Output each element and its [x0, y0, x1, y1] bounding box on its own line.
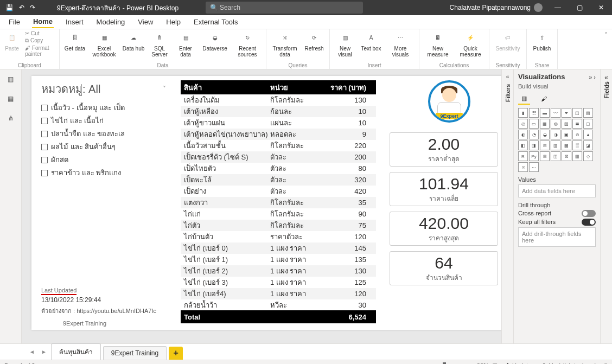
slicer-option-0[interactable]: เนื้อวัว - เนื้อหมู และ เป็ด — [41, 102, 166, 113]
add-page-button[interactable]: + — [169, 347, 183, 360]
viz-type-0[interactable]: ▮ — [518, 108, 528, 118]
data-hub-button[interactable]: ☁Data hub — [122, 30, 145, 52]
kpi-card-3[interactable]: 64จำนวนสินค้า — [390, 251, 498, 285]
checkbox-icon[interactable] — [41, 105, 48, 111]
price-table[interactable]: สินค้า หน่วย ราคา (บาท) เครื่องในต้มกิโล… — [181, 80, 376, 323]
viz-type-27[interactable]: ◪ — [583, 141, 593, 150]
recent-sources-button[interactable]: ↻Recent sources — [232, 30, 263, 58]
table-row[interactable]: ไก่บ้านตัวราคาตัวละ120 — [181, 231, 376, 242]
table-row[interactable]: เครื่องในต้มกิโลกรัมละ130 — [181, 94, 376, 106]
table-row[interactable]: เนื้อวัวสามชั้นกิโลกรัมละ220 — [181, 140, 376, 151]
zoom-out-icon[interactable]: − — [417, 362, 420, 365]
filters-collapse-icon[interactable]: « — [506, 74, 509, 80]
table-row[interactable]: เป็ดพะโล้ตัวละ320 — [181, 174, 376, 186]
viz-type-31[interactable]: ◫ — [551, 151, 560, 161]
category-slicer[interactable]: หมวดหมู่: All˅ เนื้อวัว - เนื้อหมู และ เ… — [41, 80, 166, 180]
new-visual-button[interactable]: ▥New visual — [333, 30, 357, 58]
viz-type-8[interactable]: ▭ — [529, 119, 539, 129]
new-measure-button[interactable]: 🖩New measure — [423, 30, 453, 58]
viz-type-1[interactable]: ☷ — [529, 108, 539, 118]
fields-collapse-icon[interactable]: « — [604, 74, 608, 81]
close-button[interactable]: ✕ — [590, 0, 612, 15]
filters-title[interactable]: Filters — [505, 84, 511, 102]
menu-home[interactable]: Home — [32, 16, 54, 28]
fields-title[interactable]: Fields — [603, 81, 610, 99]
fit-page-icon[interactable]: ▢ — [492, 362, 498, 364]
redo-icon[interactable]: ↷ — [30, 4, 35, 11]
viz-type-34[interactable]: ◇ — [583, 151, 593, 161]
copy-button[interactable]: ⧉ Copy — [25, 37, 56, 44]
table-row[interactable]: ไก่แก่กิโลกรัมละ90 — [181, 208, 376, 220]
page-tab-2[interactable]: 9Expert Training — [103, 346, 167, 360]
save-icon[interactable]: 💾 — [5, 4, 14, 11]
menu-help[interactable]: Help — [165, 16, 182, 28]
table-row[interactable]: แตงกวากิโลกรัมละ35 — [181, 197, 376, 208]
user-account[interactable]: Chalaivate Pipatpannawong — [450, 3, 543, 12]
report-view-icon[interactable]: ▥ — [5, 74, 16, 85]
viz-type-11[interactable]: ▧ — [562, 119, 571, 129]
table-row[interactable]: เต้าหู้หลอดไข่(นางพยาบาล)หลอดละ9 — [181, 129, 376, 140]
menu-view[interactable]: View — [137, 16, 154, 28]
chevron-down-icon[interactable]: ˅ — [163, 85, 166, 93]
zoom-in-icon[interactable]: + — [470, 362, 473, 365]
table-row[interactable]: เป็ดเชอรรี่ตัว (ไซต์ S)ตัวละ200 — [181, 151, 376, 163]
tab-next-icon[interactable]: ► — [41, 349, 47, 355]
checkbox-icon[interactable] — [41, 118, 48, 124]
viz-expand-icon[interactable]: » › — [589, 74, 596, 80]
viz-type-20[interactable]: ▲ — [583, 130, 593, 139]
col-price[interactable]: ราคา (บาท) — [324, 82, 371, 93]
kpi-card-0[interactable]: 2.00ราคาต่ำสุด — [390, 132, 498, 167]
table-row[interactable]: ไข่ไก่ (เบอร์ 3)1 แผง ราคา125 — [181, 277, 376, 288]
checkbox-icon[interactable] — [41, 170, 48, 176]
checkbox-icon[interactable] — [41, 144, 48, 150]
viz-type-26[interactable]: ▒ — [572, 141, 582, 150]
table-row[interactable]: ไข่ไก่ (เบอร์ 1)1 แผง ราคา135 — [181, 254, 376, 265]
transform-data-button[interactable]: ⤭Transform data — [270, 30, 300, 58]
table-row[interactable]: ไข่ไก่ (เบอร์ 0)1 แผง ราคา145 — [181, 242, 376, 254]
viz-type-10[interactable]: ◍ — [551, 119, 560, 129]
kpi-card-1[interactable]: 101.94ราคาเฉลี่ย — [390, 172, 498, 206]
menu-file[interactable]: File — [8, 16, 21, 28]
undo-icon[interactable]: ↶ — [19, 4, 24, 11]
table-row[interactable]: เป็ดไทยตัวตัวละ80 — [181, 163, 376, 174]
col-product[interactable]: สินค้า — [181, 82, 270, 93]
table-row[interactable]: ไข่ไก่ (เบอร์4)1 แผง ราคา120 — [181, 288, 376, 299]
cut-button[interactable]: ✂ Cut — [25, 30, 56, 36]
minimize-button[interactable]: ― — [547, 0, 569, 15]
viz-type-29[interactable]: Py — [529, 151, 539, 161]
values-dropzone[interactable]: Add data fields here — [518, 184, 596, 197]
viz-type-24[interactable]: ▥ — [551, 141, 560, 150]
viz-type-6[interactable]: ▤ — [583, 108, 593, 118]
slicer-option-2[interactable]: ปลาน้ำจืด และ ของทะเล — [41, 128, 166, 139]
viz-type-16[interactable]: ◒ — [540, 130, 550, 139]
table-row[interactable]: ไก่ตัวกิโลกรัมละ75 — [181, 220, 376, 231]
viz-type-18[interactable]: ▣ — [562, 130, 571, 139]
viz-type-5[interactable]: ◫ — [572, 108, 582, 118]
viz-type-15[interactable]: ◔ — [529, 130, 539, 139]
tab-prev-icon[interactable]: ◄ — [29, 349, 35, 355]
table-row[interactable]: กล้วยน้ำว้าหวีละ30 — [181, 299, 376, 310]
table-row[interactable]: เป็ดย่างตัวละ420 — [181, 186, 376, 197]
viz-type-33[interactable]: ▦ — [572, 151, 582, 161]
viz-type-36[interactable]: ⋯ — [529, 162, 539, 172]
quick-measure-button[interactable]: ⚡Quick measure — [455, 30, 486, 58]
keep-filters-toggle[interactable] — [582, 219, 596, 226]
viz-type-35[interactable]: ⤭ — [518, 162, 528, 172]
slicer-option-4[interactable]: ผักสด — [41, 154, 166, 165]
search-box[interactable]: 🔍 Search — [206, 2, 363, 14]
viz-type-12[interactable]: 〓 — [572, 119, 582, 129]
build-tab[interactable]: ▥ — [518, 93, 530, 105]
viz-type-22[interactable]: ◨ — [529, 141, 539, 150]
viz-type-25[interactable]: ▩ — [562, 141, 571, 150]
col-unit[interactable]: หน่วย — [270, 82, 324, 93]
format-painter-button[interactable]: 🖌 Format painter — [25, 45, 56, 57]
viz-type-32[interactable]: ⊡ — [562, 151, 571, 161]
maximize-button[interactable]: ▢ — [569, 0, 590, 15]
viz-type-19[interactable]: ⊙ — [572, 130, 582, 139]
table-row[interactable]: เต้าหู้เหลืองก้อนละ10 — [181, 106, 376, 117]
ribbon-collapse-icon[interactable]: ˄ — [600, 29, 612, 69]
enter-data-button[interactable]: ▤Enter data — [174, 30, 197, 58]
update-available[interactable]: ⬇ Update available (click to download) — [505, 362, 608, 364]
menu-insert[interactable]: Insert — [65, 16, 85, 28]
refresh-button[interactable]: ⟳Refresh — [302, 30, 326, 52]
